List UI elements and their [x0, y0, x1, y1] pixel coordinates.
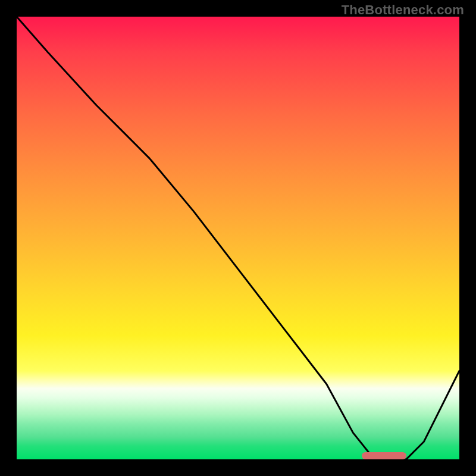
plot-area — [17, 17, 459, 459]
chart-container: TheBottleneck.com — [0, 0, 476, 476]
bottleneck-curve — [17, 17, 459, 459]
watermark-text: TheBottleneck.com — [342, 2, 464, 18]
optimal-range-marker — [362, 452, 406, 459]
